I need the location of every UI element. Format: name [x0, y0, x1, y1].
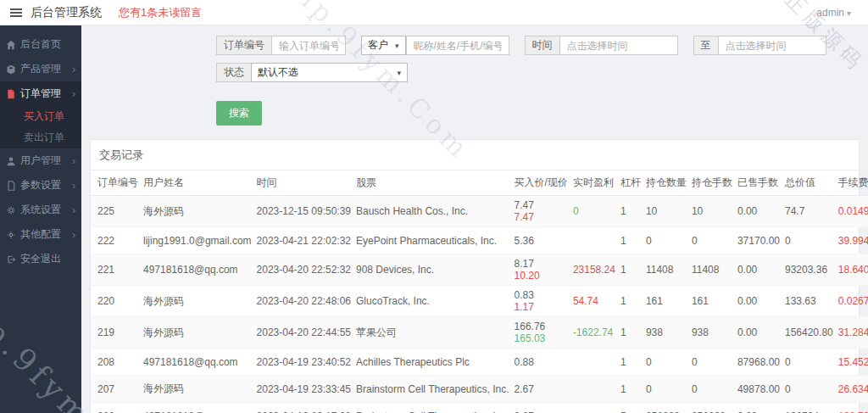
- sidebar-item-orders[interactable]: 订单管理 ›: [0, 81, 81, 106]
- cell-user-name: 海外源码: [141, 317, 254, 349]
- document-icon: [6, 181, 16, 191]
- cell-total-value: 74.7: [782, 196, 836, 227]
- records-card: 交易记录 订单编号用户姓名时间股票买入价/现价实时盈利杠杆持仓数量持仓手数已售手…: [90, 139, 860, 413]
- cell-time: 2023-04-21 22:02:32: [254, 227, 353, 254]
- sidebar-item-products[interactable]: 产品管理 ›: [0, 57, 81, 81]
- cell-fee: 0.01494: [836, 196, 868, 227]
- cell-position-qty: 11408: [643, 254, 689, 286]
- customer-input[interactable]: [406, 36, 509, 55]
- cell-user-name: lijing1991.0@gmail.com: [141, 227, 254, 254]
- cell-leverage: 1: [618, 349, 643, 376]
- cell-realtime-profit: 23158.24: [570, 254, 618, 286]
- cell-time: 2023-04-19 23:17:02: [254, 403, 353, 413]
- column-header: 用户姓名: [141, 170, 254, 196]
- cell-time: 2023-04-20 22:52:32: [254, 254, 353, 286]
- cell-leverage: 1: [618, 254, 643, 286]
- table-header-row: 订单编号用户姓名时间股票买入价/现价实时盈利杠杆持仓数量持仓手数已售手数总价值手…: [91, 170, 868, 196]
- table-row: 220海外源码2023-04-20 22:48:06GlucoTrack, In…: [91, 286, 868, 317]
- cell-position-qty: 256000: [643, 403, 689, 413]
- sidebar-item-system[interactable]: 系统设置 ›: [0, 198, 81, 222]
- cell-fee: 18.640672: [836, 254, 868, 286]
- sidebar-item-label: 系统设置: [20, 203, 61, 217]
- cell-fee: 26.634852: [836, 376, 868, 403]
- cell-order-id: 222: [91, 227, 141, 254]
- order-id-input[interactable]: [271, 36, 346, 55]
- cell-realtime-profit: [570, 227, 618, 254]
- cell-total-value: 0: [782, 376, 836, 403]
- cell-sold-lots: 0.00: [735, 286, 782, 317]
- status-group: 状态 默认不选 ▾: [216, 63, 408, 82]
- topbar: 后台管理系统 您有1条未读留言 admin▾: [0, 0, 868, 25]
- cell-stock-name: 苹果公司: [353, 317, 512, 349]
- search-button[interactable]: 搜索: [216, 101, 262, 126]
- table-row: 207海外源码2023-04-19 23:33:45Brainstorm Cel…: [91, 376, 868, 403]
- cell-order-id: 219: [91, 317, 141, 349]
- cell-position-lots: 161: [689, 286, 735, 317]
- gears-icon: [6, 205, 16, 215]
- table-row: 225海外源码2023-12-15 09:50:39Bausch Health …: [91, 196, 868, 227]
- customer-group: 客户 ▾: [361, 36, 509, 55]
- table-row: 219海外源码2023-04-20 22:44:55苹果公司166.76165.…: [91, 317, 868, 349]
- cell-leverage: 1: [618, 196, 643, 227]
- time-to-group: 至: [693, 36, 826, 55]
- sidebar-item-label: 参数设置: [20, 178, 61, 193]
- sidebar-item-buy-orders[interactable]: 买入订单: [0, 106, 81, 127]
- main-content: 订单编号 客户 ▾ 时间 至 状态: [81, 25, 868, 413]
- chevron-right-icon: ›: [72, 88, 75, 100]
- cell-fee: 15.452368: [836, 349, 868, 376]
- sidebar-item-label: 安全退出: [20, 252, 61, 266]
- cell-fee: 136.704: [836, 403, 868, 413]
- cell-total-value: 0: [782, 349, 836, 376]
- hamburger-menu-icon[interactable]: [10, 7, 22, 19]
- sidebar-item-home[interactable]: 后台首页: [0, 32, 81, 57]
- status-select-value: 默认不选: [258, 65, 298, 80]
- cell-realtime-profit: 54.74: [570, 286, 618, 317]
- cell-sold-lots: 0.00: [735, 317, 782, 349]
- time-from-input[interactable]: [559, 36, 678, 55]
- cell-stock-name: Bausch Health Cos., Inc.: [353, 196, 512, 227]
- order-id-group: 订单编号: [216, 36, 346, 55]
- status-label: 状态: [216, 63, 251, 82]
- cell-order-id: 225: [91, 196, 141, 227]
- cell-stock-name: EyePoint Pharmaceuticals, Inc.: [353, 227, 512, 254]
- column-header: 持仓数量: [643, 170, 689, 196]
- cell-realtime-profit: -1622.74: [570, 317, 618, 349]
- cell-position-qty: 0: [643, 376, 689, 403]
- column-header: 实时盈利: [570, 170, 618, 196]
- column-header: 时间: [254, 170, 353, 196]
- cell-time: 2023-12-15 09:50:39: [254, 196, 353, 227]
- user-menu[interactable]: admin▾: [816, 7, 851, 19]
- cell-position-qty: 161: [643, 286, 689, 317]
- sidebar-item-other-config[interactable]: 其他配置 ›: [0, 222, 81, 247]
- cell-position-qty: 0: [643, 349, 689, 376]
- sidebar-item-logout[interactable]: 安全退出: [0, 247, 81, 271]
- records-table: 订单编号用户姓名时间股票买入价/现价实时盈利杠杆持仓数量持仓手数已售手数总价值手…: [91, 170, 868, 413]
- unread-message-link[interactable]: 您有1条未读留言: [119, 5, 202, 20]
- cell-order-id: 208: [91, 349, 141, 376]
- sidebar-item-sell-orders[interactable]: 卖出订单: [0, 127, 81, 148]
- cell-stock-name: Brainstorm Cell Therapeutics, Inc.: [353, 403, 512, 413]
- cell-user-name: 海外源码: [141, 376, 254, 403]
- cell-user-name: 497181618@qq.com: [141, 403, 254, 413]
- cell-total-value: 0: [782, 227, 836, 254]
- customer-select[interactable]: 客户 ▾: [361, 36, 406, 55]
- time-to-input[interactable]: [718, 36, 826, 55]
- cell-buy-current-price: 0.831.17: [512, 286, 570, 317]
- time-from-group: 时间: [525, 36, 678, 55]
- status-select[interactable]: 默认不选 ▾: [251, 63, 408, 82]
- column-header: 股票: [353, 170, 512, 196]
- sidebar-item-users[interactable]: 用户管理 ›: [0, 148, 81, 173]
- cell-total-value: 156420.80: [782, 317, 836, 349]
- cell-stock-name: Achilles Therapeutics Plc: [353, 349, 512, 376]
- customer-select-value: 客户: [368, 38, 388, 53]
- sidebar-item-params[interactable]: 参数设置 ›: [0, 173, 81, 198]
- cell-position-lots: 0: [689, 376, 735, 403]
- chevron-right-icon: ›: [72, 180, 75, 192]
- table-row: 208497181618@qq.com2023-04-19 23:40:52Ac…: [91, 349, 868, 376]
- cell-buy-current-price: 0.88: [512, 349, 570, 376]
- cell-realtime-profit: [570, 349, 618, 376]
- cell-order-id: 206: [91, 403, 141, 413]
- cell-time: 2023-04-20 22:44:55: [254, 317, 353, 349]
- cell-sold-lots: 0.00: [735, 254, 782, 286]
- chevron-right-icon: ›: [72, 64, 75, 75]
